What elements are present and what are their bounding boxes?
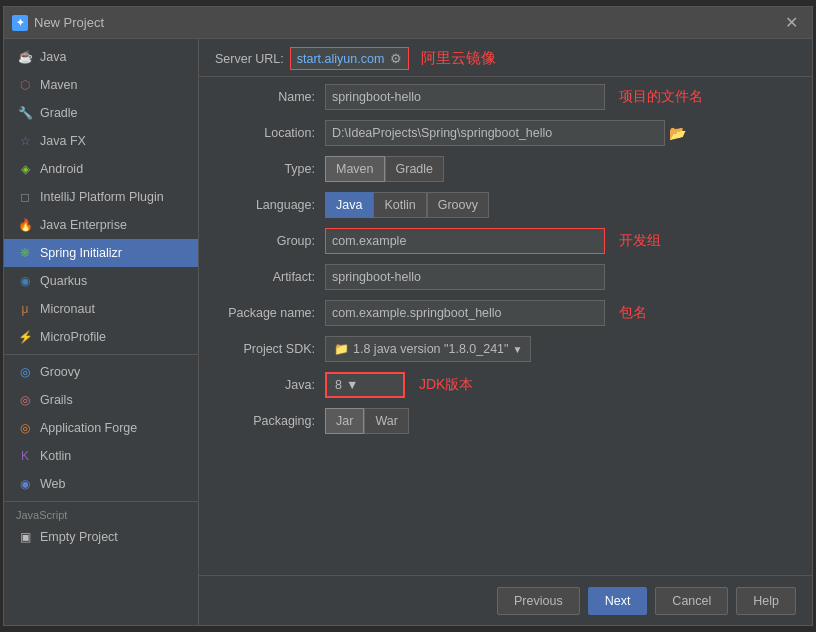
sidebar-item-label: IntelliJ Platform Plugin bbox=[40, 190, 164, 204]
dialog-icon: ✦ bbox=[12, 15, 28, 31]
sidebar-separator-2 bbox=[4, 501, 198, 502]
gear-icon[interactable]: ⚙ bbox=[390, 51, 402, 66]
sidebar-item-label: Grails bbox=[40, 393, 73, 407]
package-label: Package name: bbox=[215, 306, 325, 320]
sidebar-item-gradle[interactable]: 🔧 Gradle bbox=[4, 99, 198, 127]
packaging-row: Packaging: Jar War bbox=[215, 407, 796, 435]
enterprise-icon: 🔥 bbox=[16, 216, 34, 234]
bottom-bar: Previous Next Cancel Help bbox=[199, 575, 812, 625]
lang-groovy-button[interactable]: Groovy bbox=[427, 192, 489, 218]
sidebar-item-microprofile[interactable]: ⚡ MicroProfile bbox=[4, 323, 198, 351]
microprofile-icon: ⚡ bbox=[16, 328, 34, 346]
sidebar-item-spring[interactable]: ❋ Spring Initializr bbox=[4, 239, 198, 267]
sidebar-item-label: Groovy bbox=[40, 365, 80, 379]
sidebar-item-quarkus[interactable]: ◉ Quarkus bbox=[4, 267, 198, 295]
location-row: Location: 📂 bbox=[215, 119, 796, 147]
artifact-input[interactable] bbox=[325, 264, 605, 290]
sidebar-item-label: Web bbox=[40, 477, 65, 491]
server-url-annotation: 阿里云镜像 bbox=[421, 49, 496, 68]
sidebar-item-label: Quarkus bbox=[40, 274, 87, 288]
sidebar-item-label: Gradle bbox=[40, 106, 78, 120]
sdk-value: 1.8 java version "1.8.0_241" bbox=[353, 342, 509, 356]
sidebar-item-enterprise[interactable]: 🔥 Java Enterprise bbox=[4, 211, 198, 239]
content-area: ☕ Java ⬡ Maven 🔧 Gradle ☆ Java FX ◈ Andr… bbox=[4, 39, 812, 625]
java-row: Java: 8 ▼ JDK版本 bbox=[215, 371, 796, 399]
folder-icon[interactable]: 📂 bbox=[669, 125, 686, 141]
location-input[interactable] bbox=[325, 120, 665, 146]
sidebar-item-javafx[interactable]: ☆ Java FX bbox=[4, 127, 198, 155]
lang-java-button[interactable]: Java bbox=[325, 192, 373, 218]
sidebar-item-appforge[interactable]: ◎ Application Forge bbox=[4, 414, 198, 442]
name-input[interactable] bbox=[325, 84, 605, 110]
sidebar-item-label: Micronaut bbox=[40, 302, 95, 316]
sidebar-item-label: Empty Project bbox=[40, 530, 118, 544]
server-url-value: start.aliyun.com bbox=[297, 52, 385, 66]
name-row: Name: 项目的文件名 bbox=[215, 83, 796, 111]
intellij-icon: ◻ bbox=[16, 188, 34, 206]
sidebar-item-kotlin[interactable]: K Kotlin bbox=[4, 442, 198, 470]
type-maven-button[interactable]: Maven bbox=[325, 156, 385, 182]
sidebar-item-label: Maven bbox=[40, 78, 78, 92]
sidebar-item-groovy[interactable]: ◎ Groovy bbox=[4, 358, 198, 386]
sidebar-item-maven[interactable]: ⬡ Maven bbox=[4, 71, 198, 99]
java-label: Java: bbox=[215, 378, 325, 392]
sidebar-item-micronaut[interactable]: μ Micronaut bbox=[4, 295, 198, 323]
cancel-button[interactable]: Cancel bbox=[655, 587, 728, 615]
android-icon: ◈ bbox=[16, 160, 34, 178]
sidebar: ☕ Java ⬡ Maven 🔧 Gradle ☆ Java FX ◈ Andr… bbox=[4, 39, 199, 625]
sdk-row: Project SDK: 📁 1.8 java version "1.8.0_2… bbox=[215, 335, 796, 363]
previous-button[interactable]: Previous bbox=[497, 587, 580, 615]
micronaut-icon: μ bbox=[16, 300, 34, 318]
dialog-title: New Project bbox=[34, 15, 779, 30]
group-row: Group: 开发组 bbox=[215, 227, 796, 255]
type-label: Type: bbox=[215, 162, 325, 176]
java-annotation: JDK版本 bbox=[419, 376, 473, 394]
java-version-dropdown[interactable]: 8 ▼ bbox=[325, 372, 405, 398]
java-arrow-icon: ▼ bbox=[346, 378, 358, 392]
type-btn-group: Maven Gradle bbox=[325, 156, 444, 182]
sidebar-item-label: Spring Initializr bbox=[40, 246, 122, 260]
server-url-bar: Server URL: start.aliyun.com ⚙ 阿里云镜像 bbox=[199, 39, 812, 77]
group-annotation: 开发组 bbox=[619, 232, 661, 250]
type-gradle-button[interactable]: Gradle bbox=[385, 156, 445, 182]
spring-icon: ❋ bbox=[16, 244, 34, 262]
help-button[interactable]: Help bbox=[736, 587, 796, 615]
form-area: Name: 项目的文件名 Location: 📂 Type: Maven Gra… bbox=[199, 77, 812, 575]
sidebar-item-intellij[interactable]: ◻ IntelliJ Platform Plugin bbox=[4, 183, 198, 211]
appforge-icon: ◎ bbox=[16, 419, 34, 437]
close-button[interactable]: ✕ bbox=[779, 11, 804, 34]
packaging-war-button[interactable]: War bbox=[364, 408, 408, 434]
javascript-group-label: JavaScript bbox=[4, 505, 198, 523]
name-label: Name: bbox=[215, 90, 325, 104]
sidebar-item-label: Android bbox=[40, 162, 83, 176]
name-annotation: 项目的文件名 bbox=[619, 88, 703, 106]
sidebar-item-empty[interactable]: ▣ Empty Project bbox=[4, 523, 198, 551]
sidebar-item-web[interactable]: ◉ Web bbox=[4, 470, 198, 498]
artifact-label: Artifact: bbox=[215, 270, 325, 284]
server-url-box: start.aliyun.com ⚙ bbox=[290, 47, 410, 70]
package-row: Package name: 包名 bbox=[215, 299, 796, 327]
title-bar: ✦ New Project ✕ bbox=[4, 7, 812, 39]
java-icon: ☕ bbox=[16, 48, 34, 66]
language-row: Language: Java Kotlin Groovy bbox=[215, 191, 796, 219]
java-version-value: 8 bbox=[335, 378, 342, 392]
language-label: Language: bbox=[215, 198, 325, 212]
artifact-row: Artifact: bbox=[215, 263, 796, 291]
sidebar-item-label: Java bbox=[40, 50, 66, 64]
sidebar-item-android[interactable]: ◈ Android bbox=[4, 155, 198, 183]
packaging-btn-group: Jar War bbox=[325, 408, 409, 434]
type-row: Type: Maven Gradle bbox=[215, 155, 796, 183]
maven-icon: ⬡ bbox=[16, 76, 34, 94]
sidebar-item-grails[interactable]: ◎ Grails bbox=[4, 386, 198, 414]
sdk-dropdown[interactable]: 📁 1.8 java version "1.8.0_241" ▼ bbox=[325, 336, 531, 362]
packaging-jar-button[interactable]: Jar bbox=[325, 408, 364, 434]
sidebar-item-java[interactable]: ☕ Java bbox=[4, 43, 198, 71]
sidebar-item-label: Application Forge bbox=[40, 421, 137, 435]
lang-kotlin-button[interactable]: Kotlin bbox=[373, 192, 426, 218]
next-button[interactable]: Next bbox=[588, 587, 648, 615]
package-input[interactable] bbox=[325, 300, 605, 326]
quarkus-icon: ◉ bbox=[16, 272, 34, 290]
sidebar-item-label: MicroProfile bbox=[40, 330, 106, 344]
group-input[interactable] bbox=[325, 228, 605, 254]
web-icon: ◉ bbox=[16, 475, 34, 493]
